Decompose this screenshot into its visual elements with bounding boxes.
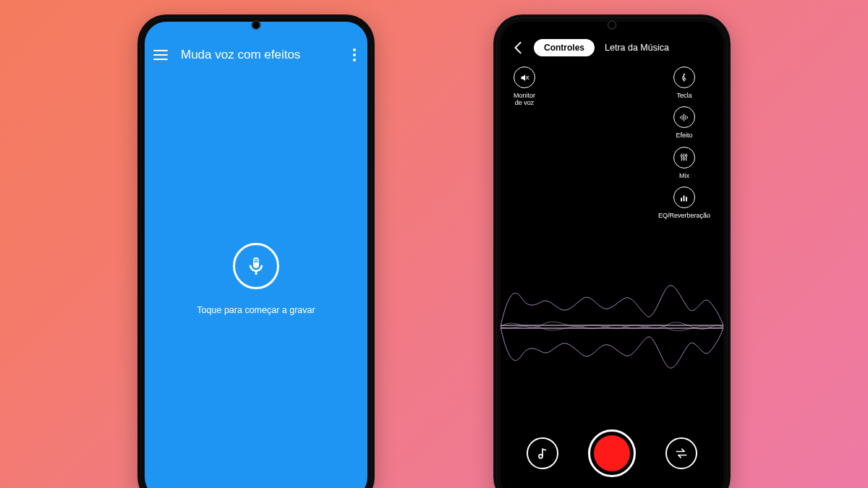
mix-label: Mix	[679, 172, 689, 179]
karaoke-screen: Controles Letra da Música Monitor de voz	[501, 22, 723, 488]
swap-icon	[674, 446, 689, 461]
tab-controls[interactable]: Controles	[534, 39, 595, 56]
svg-point-13	[684, 158, 686, 160]
app-title: Muda voz com efeitos	[181, 48, 337, 62]
speaker-mute-icon	[519, 72, 530, 83]
key-label: Tecla	[676, 92, 692, 99]
tab-lyrics[interactable]: Letra da Música	[602, 39, 672, 56]
swap-button[interactable]	[665, 437, 697, 469]
camera-notch	[609, 22, 616, 28]
waveform-display	[501, 223, 723, 429]
record-area: Toque para começar a gravar	[145, 67, 367, 488]
voice-monitor-button[interactable]: Monitor de voz	[514, 67, 535, 107]
record-button[interactable]	[588, 429, 636, 477]
treble-clef-icon	[678, 72, 689, 83]
svg-point-11	[681, 155, 684, 158]
key-button[interactable]: Tecla	[673, 67, 695, 99]
phone-mockup-left: Muda voz com efeitos Toque para começar …	[137, 14, 375, 488]
microphone-icon	[244, 254, 268, 278]
tool-row: Monitor de voz Tecla	[501, 56, 723, 219]
music-note-icon	[535, 446, 550, 461]
mix-button[interactable]: Mix	[673, 147, 695, 179]
karaoke-header: Controles Letra da Música	[501, 39, 723, 56]
record-prompt: Toque para começar a gravar	[197, 305, 315, 315]
record-indicator	[594, 435, 630, 471]
effect-button[interactable]: Efeito	[673, 106, 695, 139]
svg-point-15	[686, 155, 688, 157]
svg-rect-18	[686, 197, 687, 201]
eq-reverb-button[interactable]: EQ/Reverberação	[658, 187, 710, 219]
svg-rect-16	[681, 197, 683, 201]
camera-notch	[253, 22, 260, 28]
voice-monitor-label: Monitor de voz	[514, 92, 535, 107]
back-button[interactable]	[511, 40, 527, 56]
phone-mockup-right: Controles Letra da Música Monitor de voz	[493, 14, 731, 488]
menu-icon[interactable]	[153, 50, 168, 60]
record-button[interactable]	[233, 243, 279, 289]
svg-rect-1	[254, 261, 258, 262]
svg-rect-17	[684, 195, 685, 201]
sliders-icon	[678, 152, 689, 163]
overflow-menu-icon[interactable]	[350, 46, 359, 64]
tool-col-left: Monitor de voz	[514, 67, 535, 219]
bar-chart-icon	[678, 192, 689, 203]
waveform-icon	[678, 112, 689, 123]
svg-rect-0	[254, 260, 258, 260]
bottom-controls	[501, 429, 723, 488]
effect-label: Efeito	[676, 132, 692, 139]
eq-reverb-label: EQ/Reverberação	[658, 212, 710, 219]
voice-changer-screen: Muda voz com efeitos Toque para começar …	[145, 22, 367, 488]
tool-col-right: Tecla Efeito	[658, 67, 710, 219]
music-button[interactable]	[527, 437, 558, 469]
waveform-svg	[501, 258, 723, 395]
